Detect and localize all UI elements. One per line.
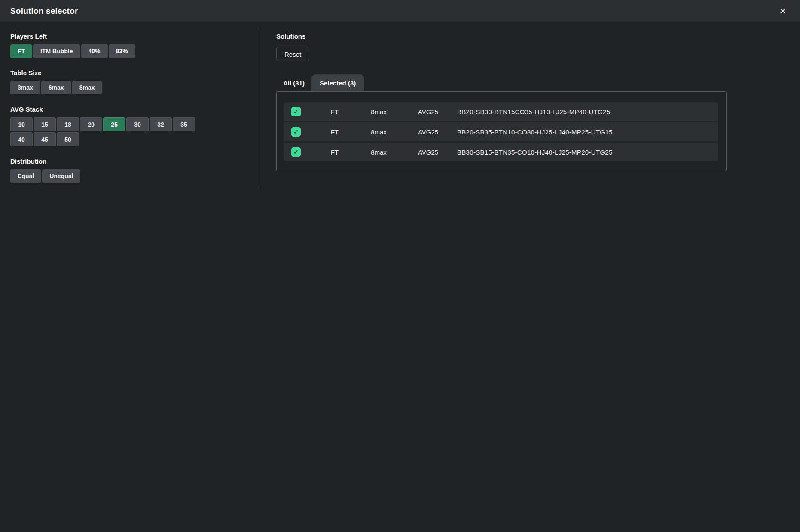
solution-row[interactable]: ✓ FT 8max AVG25 BB20-SB30-BTN15CO35-HJ10… [284, 102, 718, 121]
table-size-label: Table Size [10, 69, 249, 76]
players-left-group: FT ITM Bubble 40% 83% [10, 44, 249, 59]
avg-stack-option-20[interactable]: 20 [80, 117, 102, 131]
filters-panel: Players Left FT ITM Bubble 40% 83% Table… [0, 29, 260, 187]
avg-stack-option-32[interactable]: 32 [150, 117, 172, 131]
solution-table-size: 8max [358, 108, 399, 116]
avg-stack-option-10[interactable]: 10 [10, 117, 33, 131]
solution-row[interactable]: ✓ FT 8max AVG25 BB30-SB15-BTN35-CO10-HJ4… [284, 143, 718, 161]
avg-stack-option-40[interactable]: 40 [10, 132, 33, 146]
avg-stack-option-30[interactable]: 30 [126, 117, 149, 131]
tab-all[interactable]: All (31) [276, 74, 311, 91]
avg-stack-option-25[interactable]: 25 [103, 117, 125, 131]
checkbox-cell: ✓ [284, 127, 311, 137]
avg-stack-option-50[interactable]: 50 [57, 132, 79, 146]
checkbox-cell: ✓ [284, 147, 311, 157]
solution-table-size: 8max [358, 128, 399, 136]
checkbox-cell: ✓ [284, 107, 311, 116]
solutions-tabs: All (31) Selected (3) [276, 74, 790, 91]
avg-stack-option-45[interactable]: 45 [34, 132, 56, 146]
solution-row[interactable]: ✓ FT 8max AVG25 BB20-SB35-BTN10-CO30-HJ2… [284, 122, 718, 141]
checkbox-checked-icon[interactable]: ✓ [291, 107, 301, 116]
reset-button[interactable]: Reset [276, 47, 309, 61]
avg-stack-option-15[interactable]: 15 [34, 117, 56, 131]
solution-players: FT [311, 149, 358, 156]
table-size-option-3max[interactable]: 3max [10, 81, 40, 94]
solution-name: BB20-SB30-BTN15CO35-HJ10-LJ25-MP40-UTG25 [457, 108, 718, 116]
solutions-panel: Solutions Reset All (31) Selected (3) ✓ … [260, 29, 800, 171]
table-size-group: 3max 6max 8max [10, 81, 249, 95]
solution-stack: AVG25 [399, 149, 457, 156]
solutions-label: Solutions [276, 33, 790, 40]
solution-players: FT [311, 108, 358, 116]
avg-stack-option-18[interactable]: 18 [57, 117, 79, 131]
solution-name: BB30-SB15-BTN35-CO10-HJ40-LJ25-MP20-UTG2… [457, 149, 718, 156]
modal-body: Players Left FT ITM Bubble 40% 83% Table… [0, 22, 800, 532]
distribution-option-equal[interactable]: Equal [10, 169, 41, 183]
table-size-option-8max[interactable]: 8max [72, 81, 102, 94]
solution-table-size: 8max [358, 149, 399, 156]
players-left-option-83pct[interactable]: 83% [109, 44, 135, 58]
solution-name: BB20-SB35-BTN10-CO30-HJ25-LJ40-MP25-UTG1… [457, 128, 718, 136]
avg-stack-option-35[interactable]: 35 [173, 117, 195, 131]
distribution-group: Equal Unequal [10, 169, 249, 184]
solution-players: FT [311, 128, 358, 136]
table-size-option-6max[interactable]: 6max [41, 81, 71, 94]
avg-stack-label: AVG Stack [10, 106, 249, 113]
solution-stack: AVG25 [399, 108, 457, 116]
modal-header: Solution selector ✕ [0, 0, 800, 22]
distribution-label: Distribution [10, 158, 249, 165]
players-left-option-ft[interactable]: FT [10, 44, 32, 58]
players-left-option-40pct[interactable]: 40% [81, 44, 108, 58]
modal-title: Solution selector [10, 6, 78, 16]
solutions-list: ✓ FT 8max AVG25 BB20-SB30-BTN15CO35-HJ10… [276, 91, 727, 171]
close-icon[interactable]: ✕ [776, 4, 790, 18]
solution-stack: AVG25 [399, 128, 457, 136]
players-left-option-itm-bubble[interactable]: ITM Bubble [33, 44, 80, 58]
players-left-label: Players Left [10, 33, 249, 40]
solution-selector-modal: Solution selector ✕ Players Left FT ITM … [0, 0, 800, 532]
distribution-option-unequal[interactable]: Unequal [42, 169, 80, 183]
avg-stack-group: 10 15 18 20 25 30 32 35 40 45 50 [10, 117, 198, 147]
checkbox-checked-icon[interactable]: ✓ [291, 147, 301, 157]
checkbox-checked-icon[interactable]: ✓ [291, 127, 301, 137]
tab-selected[interactable]: Selected (3) [311, 74, 364, 91]
